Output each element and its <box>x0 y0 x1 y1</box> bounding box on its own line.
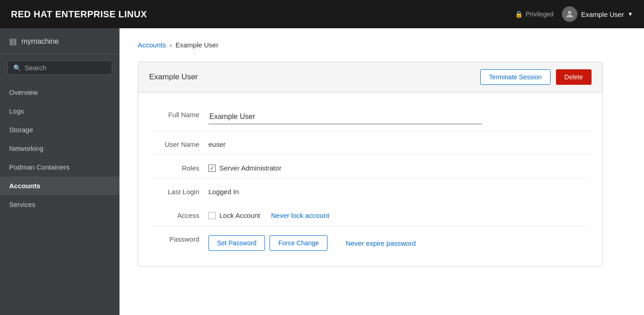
sidebar-search-box[interactable]: 🔍 <box>7 61 112 75</box>
user-card: Example User Terminate Session Delete Fu… <box>138 62 603 267</box>
last-login-label: Last Login <box>149 185 199 196</box>
user-card-actions: Terminate Session Delete <box>480 69 592 85</box>
sidebar: ▤ mymachine 🔍 Overview Logs Storage Netw… <box>0 28 119 315</box>
sidebar-item-networking[interactable]: Networking <box>0 139 119 158</box>
username-value: euser <box>208 138 592 148</box>
username-row: User Name euser <box>149 131 592 155</box>
search-input[interactable] <box>25 64 111 72</box>
breadcrumb-accounts-link[interactable]: Accounts <box>138 41 166 49</box>
password-value: Set Password Force Change Never expire p… <box>208 232 592 251</box>
breadcrumb-current: Example User <box>176 41 218 49</box>
access-label: Access <box>149 209 199 219</box>
roles-value: ✓ Server Administrator <box>208 161 592 172</box>
nav-right: 🔒 Privileged Example User ▼ <box>515 6 633 22</box>
user-card-body: Full Name User Name euser Roles ✓ Server… <box>138 93 602 266</box>
server-icon: ▤ <box>9 36 17 46</box>
sidebar-item-podman[interactable]: Podman Containers <box>0 158 119 176</box>
content-area: Accounts › Example User Example User Ter… <box>119 28 644 315</box>
never-lock-link[interactable]: Never lock account <box>271 212 329 219</box>
full-name-row: Full Name <box>149 102 592 131</box>
sidebar-item-storage[interactable]: Storage <box>0 120 119 139</box>
username-label: User Name <box>149 138 199 148</box>
never-expire-link[interactable]: Never expire password <box>346 239 415 247</box>
last-login-row: Last Login Logged In <box>149 178 592 202</box>
force-change-button[interactable]: Force Change <box>270 235 327 251</box>
lock-account-checkbox[interactable] <box>208 212 216 219</box>
app-title: RED HAT ENTERPRISE LINUX <box>11 9 147 20</box>
user-card-header: Example User Terminate Session Delete <box>138 62 602 93</box>
full-name-label: Full Name <box>149 108 199 119</box>
set-password-button[interactable]: Set Password <box>208 235 265 251</box>
access-value: Lock Account Never lock account <box>208 209 592 219</box>
sidebar-nav: Overview Logs Storage Networking Podman … <box>0 81 119 216</box>
user-label: Example User <box>581 10 624 18</box>
roles-row: Roles ✓ Server Administrator <box>149 155 592 178</box>
sidebar-item-overview[interactable]: Overview <box>0 83 119 102</box>
breadcrumb: Accounts › Example User <box>138 41 626 49</box>
user-card-title: Example User <box>149 72 198 82</box>
user-menu[interactable]: Example User ▼ <box>562 6 633 22</box>
svg-point-0 <box>568 11 571 14</box>
password-row: Password Set Password Force Change Never… <box>149 226 592 257</box>
breadcrumb-separator: › <box>170 41 172 49</box>
privileged-badge: 🔒 Privileged <box>515 10 553 18</box>
lock-account-section: Lock Account <box>208 212 260 219</box>
top-nav: RED HAT ENTERPRISE LINUX 🔒 Privileged Ex… <box>0 0 644 28</box>
password-buttons: Set Password Force Change <box>208 235 327 251</box>
sidebar-machine: ▤ mymachine <box>0 28 119 54</box>
avatar <box>562 6 577 22</box>
machine-name: mymachine <box>21 37 59 46</box>
server-admin-checkbox[interactable]: ✓ <box>208 165 216 172</box>
sidebar-item-logs[interactable]: Logs <box>0 102 119 120</box>
search-icon: 🔍 <box>13 64 21 72</box>
sidebar-item-services[interactable]: Services <box>0 195 119 214</box>
last-login-value: Logged In <box>208 185 592 196</box>
roles-value-label: Server Administrator <box>219 164 281 172</box>
access-row: Access Lock Account Never lock account <box>149 202 592 226</box>
lock-account-label: Lock Account <box>219 212 260 219</box>
privileged-label: Privileged <box>525 10 553 18</box>
full-name-input[interactable] <box>208 111 482 124</box>
terminate-session-button[interactable]: Terminate Session <box>480 69 550 85</box>
full-name-value[interactable] <box>208 108 592 124</box>
delete-button[interactable]: Delete <box>556 69 592 85</box>
roles-label: Roles <box>149 161 199 172</box>
sidebar-item-accounts[interactable]: Accounts <box>0 176 119 195</box>
lock-icon: 🔒 <box>515 10 523 18</box>
chevron-down-icon: ▼ <box>628 11 633 17</box>
password-label: Password <box>149 232 199 243</box>
